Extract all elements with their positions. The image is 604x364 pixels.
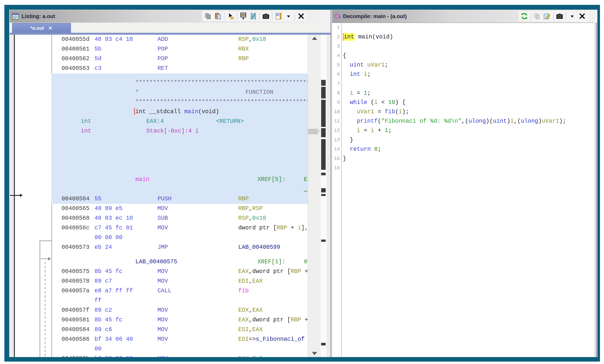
label-flow-arrow-shaft — [41, 258, 49, 259]
listing-panel-header[interactable]: Listing: a.out — [10, 10, 330, 23]
listing-row[interactable]: 00 00 00 — [15, 233, 308, 243]
tab-close-icon[interactable]: ✕ — [48, 25, 52, 31]
scrollbar-mark — [321, 139, 326, 170]
listing-row[interactable]: intStack[-0xc]:4 i — [15, 126, 308, 136]
listing-row[interactable]: 0040056455PUSHRBP — [15, 194, 308, 204]
listing-row[interactable]: int __stdcall main(void) — [15, 107, 308, 117]
code-line[interactable]: 12 i = i + 1; — [332, 126, 594, 136]
code-line[interactable]: 4{ — [332, 51, 594, 61]
listing-row[interactable]: 0040055d48 83 c4 18ADDRSP,0x18 — [15, 35, 308, 44]
cursor-edit-icon[interactable] — [226, 12, 235, 21]
listing-row[interactable] — [15, 136, 308, 146]
scrollbar-mark — [321, 173, 326, 175]
paste-icon[interactable] — [214, 12, 223, 21]
dropdown-icon[interactable] — [568, 12, 577, 21]
scroll-up-icon[interactable] — [312, 37, 317, 40]
decompile-scrollbar[interactable] — [594, 23, 597, 357]
listing-row[interactable]: _ — [15, 184, 308, 194]
edit-pencil-icon[interactable] — [542, 12, 552, 21]
diff-view-icon[interactable] — [249, 12, 258, 21]
listing-scrollbar-thumb[interactable] — [308, 129, 318, 134]
close-icon[interactable] — [578, 12, 587, 21]
listing-row[interactable]: 0040058489 c6MOVESI,EAX — [15, 325, 308, 335]
listing-row[interactable]: 0040058bb8 00 00 00MOVEAX,0x0 — [15, 354, 308, 357]
listing-row[interactable]: 0040057889 c7MOVEDI,EAX — [15, 277, 308, 286]
line-number: 7 — [332, 81, 340, 86]
copy-disabled-icon[interactable] — [532, 12, 541, 21]
dropdown-icon[interactable] — [284, 12, 293, 21]
line-number: 2 — [332, 34, 340, 40]
line-number: 15 — [332, 156, 340, 161]
listing-row[interactable]: 004005818b 45 fcMOVEAX,dword ptr [RBP + — [15, 315, 308, 325]
listing-row[interactable]: 0040057f89 c2MOVEDX,EAX — [15, 305, 308, 315]
label-flow-arrowhead — [48, 257, 51, 261]
toolbar-separator — [530, 12, 531, 20]
scrollbar-mark — [321, 240, 326, 242]
listing-row[interactable] — [15, 73, 308, 78]
listing-row[interactable]: 0040056548 89 e5MOVRBP,RSP — [15, 204, 308, 214]
toolbar-separator — [295, 12, 295, 20]
tab-a-out[interactable]: *a.out ✕ — [12, 23, 71, 33]
panel-splitter-line — [330, 10, 331, 357]
listing-display-icon[interactable] — [274, 12, 283, 21]
code-line[interactable]: 5 uint uVar1; — [332, 61, 594, 70]
listing-row[interactable]: 004005758b 45 fcMOVEAX,dword ptr [RBP + — [15, 267, 308, 277]
code-line[interactable]: 9 while (i < 10) { — [332, 98, 594, 108]
line-number: 9 — [332, 100, 340, 105]
code-line[interactable]: 1 — [332, 23, 594, 33]
snapshot-icon[interactable] — [555, 12, 564, 21]
code-line[interactable]: 14 return 0; — [332, 145, 594, 154]
code-line[interactable]: 10 uVar1 = fib(i); — [332, 108, 594, 117]
code-line[interactable]: 6 int i; — [332, 70, 594, 79]
listing-row[interactable]: 004005625dPOPRBP — [15, 54, 308, 64]
code-line[interactable]: 8 i = 1; — [332, 89, 594, 98]
code-line[interactable]: 15} — [332, 154, 594, 164]
line-number: 5 — [332, 62, 340, 68]
listing-row[interactable]: 00400586bf 34 06 40MOVEDI=>s_Fibonnaci_o… — [15, 335, 308, 344]
listing-toolbar — [202, 11, 307, 21]
listing-row[interactable]: 0040056848 83 ec 10SUBRSP,0x10 — [15, 214, 308, 223]
memory-map-icon[interactable] — [239, 12, 248, 21]
listing-row[interactable]: 00400563c3RET — [15, 64, 308, 73]
listing-row[interactable] — [15, 156, 308, 165]
scroll-down-icon[interactable] — [312, 352, 317, 355]
code-line[interactable]: 3 — [332, 42, 594, 51]
code-line[interactable]: 2int main(void) — [332, 33, 594, 42]
code-line[interactable]: 13 } — [332, 136, 594, 145]
decompile-panel-header[interactable]: Cf Decompile: main - (a.out) — [332, 10, 597, 23]
ghidra-codebrowser-window: Listing: a.out *a.out ✕ 0040055d48 83 c4… — [0, 0, 604, 364]
listing-row[interactable] — [15, 165, 308, 175]
code-line[interactable]: 16 — [332, 164, 594, 173]
close-icon[interactable] — [297, 12, 306, 21]
listing-row[interactable]: ff — [15, 296, 308, 305]
listing-row[interactable]: LAB_00400575XREF[1]:00 — [15, 257, 308, 267]
scrollbar-mark — [321, 343, 326, 345]
listing-row[interactable]: ****************************************… — [15, 78, 308, 88]
scrollbar-mark — [321, 194, 326, 196]
line-number: 6 — [332, 72, 340, 77]
listing-row[interactable]: 0040057ae8 a7 ff ffCALLfib — [15, 286, 308, 296]
listing-row[interactable]: *FUNCTION — [15, 88, 308, 97]
listing-row[interactable]: 00 — [15, 344, 308, 354]
listing-row[interactable] — [15, 146, 308, 156]
scrollbar-mark — [321, 87, 326, 98]
listing-margin-line — [14, 35, 15, 357]
code-line[interactable]: 11 printf("Fibonnaci of %d: %d\n",(ulong… — [332, 117, 594, 126]
listing-row[interactable]: 0040056cc7 45 fc 01MOVdword ptr [RBP + i… — [15, 223, 308, 233]
listing-row[interactable] — [15, 252, 308, 257]
panel-splitter[interactable] — [330, 10, 332, 357]
listing-scrollbar[interactable] — [308, 35, 321, 357]
listing-row[interactable]: 00400573eb 24JMPLAB_00400599 — [15, 243, 308, 252]
window-frame-bottom — [4, 357, 600, 362]
copy-icon[interactable] — [203, 12, 213, 21]
jump-flow-line-vertical — [39, 241, 40, 357]
refresh-icon[interactable] — [520, 12, 529, 21]
snapshot-icon[interactable] — [261, 12, 270, 21]
code-line[interactable]: 7 — [332, 79, 594, 89]
jump-flow-line-horizontal — [39, 241, 51, 241]
line-number: 3 — [332, 44, 340, 49]
listing-row[interactable]: 004005615bPOPRBX — [15, 44, 308, 54]
listing-row[interactable]: mainXREF[5]:E — [15, 175, 308, 184]
listing-row[interactable]: intEAX:4<RETURN> — [15, 117, 308, 126]
listing-row[interactable]: ****************************************… — [15, 97, 308, 107]
